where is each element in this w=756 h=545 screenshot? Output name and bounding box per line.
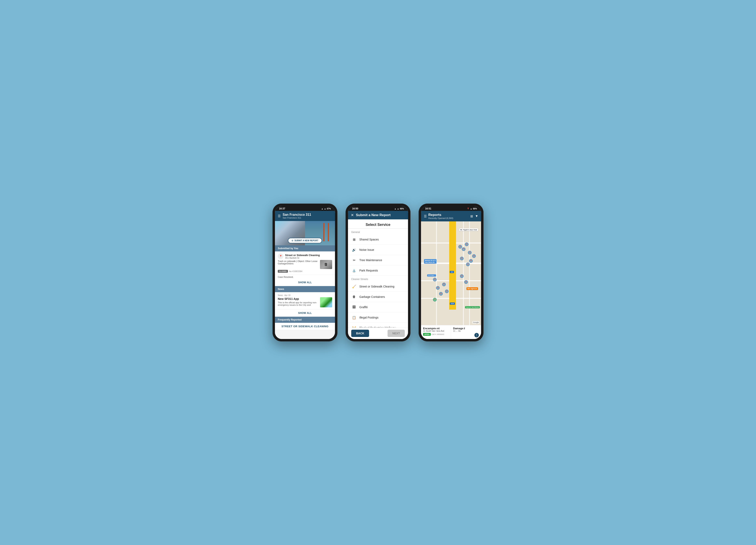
damaged-card-address: 11 ... Va [453, 330, 479, 332]
battery-icon-2: 66% [400, 208, 404, 210]
app-header-3: ☰ Reports Recently Opened (6,560) ⊞ ▼ [421, 211, 481, 222]
phone-3: 16:51 📍 ▲ 66% ☰ Reports Recently Opened … [419, 204, 484, 341]
graffiti-label: Graffiti [359, 305, 368, 309]
highway-shield: 101 [450, 271, 454, 273]
phones-container: 16:37 ▲ ▲ 67% ☰ San Francisco 311 San Fr… [272, 204, 484, 341]
next-button[interactable]: NEXT [388, 330, 405, 337]
news-body-row: New SF311 App This is the official app f… [278, 297, 332, 307]
report-description: Trash on sidewalk | Object: Other Loose … [278, 260, 318, 265]
header-text-1: San Francisco 311 San Francisco 311 [283, 213, 311, 219]
service-graffiti[interactable]: 🖼 Graffiti [348, 302, 408, 312]
shared-spaces-label: Shared Spaces [359, 238, 379, 241]
bridge-cable-2 [328, 223, 329, 241]
service-garbage-containers[interactable]: 🗑 Garbage Containers [348, 292, 408, 302]
service-illegal-postings[interactable]: 📋 Illegal Postings [348, 312, 408, 323]
bar-agricole-label: Bar Agricole [466, 287, 478, 290]
open-badge: OPEN [423, 333, 431, 336]
service-street-cleaning[interactable]: 🧹 Street or Sidewalk Cleaning [348, 281, 408, 292]
damaged-card-title: Damaged [453, 327, 479, 330]
case-resolved-text: Case Resolved. [275, 275, 335, 279]
reports-title: Reports [428, 213, 469, 217]
report-title: Street or Sidewalk Cleaning [285, 254, 320, 257]
hero-image: ⊙ SUBMIT A NEW REPORT [275, 221, 335, 245]
wifi-icon-3: ▲ [470, 208, 472, 210]
menu-icon-1[interactable]: ☰ [278, 214, 281, 218]
walkway-icon: 🚧 [351, 325, 357, 327]
market-st-label: Market St & SVan Ness Av [424, 259, 437, 264]
service-noise-issue[interactable]: 🔊 Noise Issue [348, 245, 408, 255]
app-header-2: ✕ Submit a New Report [348, 211, 408, 220]
map-container[interactable]: 101 101N Mr. Tipple's Jazz Club Market S… [421, 222, 481, 339]
service-tree-maintenance[interactable]: ✂ Tree Maintenance [348, 255, 408, 266]
map-marker-11[interactable]: 📍 [439, 292, 443, 295]
map-marker-10[interactable]: 📍 [436, 286, 440, 290]
show-all-submitted-button[interactable]: SHOW ALL [275, 279, 335, 286]
report-card-header: 📍 Street or Sidewalk Cleaning 451 Bartle… [278, 254, 332, 259]
show-all-news-button[interactable]: SHOW ALL [275, 309, 335, 317]
map-marker-8[interactable]: 📍 [472, 254, 476, 258]
status-bar-1: 16:37 ▲ ▲ 67% [275, 206, 335, 211]
news-date: News · Apr 18 [278, 294, 332, 296]
garbage-label: Garbage Containers [359, 295, 385, 298]
cleaner-streets-label: Cleaner Streets [348, 276, 408, 281]
map-marker-7[interactable]: 📍 [469, 259, 473, 263]
service-park-requests[interactable]: ⛲ Park Requests [348, 266, 408, 276]
noise-label: Noise Issue [359, 248, 374, 252]
tipples-label: Mr. Tipple's Jazz Club [459, 229, 478, 231]
news-title: New SF311 App [278, 297, 318, 300]
wifi-icon-2: ▲ [394, 208, 396, 210]
map-marker-12[interactable]: 📍 [442, 282, 446, 286]
app-header-1: ☰ San Francisco 311 San Francisco 311 [275, 211, 335, 221]
header-text-3: Reports Recently Opened (6,560) [428, 213, 469, 220]
map-marker-4[interactable]: 📍 [468, 251, 472, 255]
submit-new-report-button[interactable]: ⊙ SUBMIT A NEW REPORT [288, 238, 322, 243]
report-cards-row: Encampment 11 South Van Ness Ave OPEN 13… [421, 325, 481, 339]
camera-notch-3 [450, 207, 452, 209]
report-meta-text: 4w #16803364 [289, 270, 303, 272]
status-icons-3: 📍 ▲ 66% [467, 208, 477, 210]
phone-2: 16:50 ▲ ▲ 66% ✕ Submit a New Report Sele… [346, 204, 410, 341]
postings-label: Illegal Postings [359, 316, 378, 319]
damaged-card[interactable]: Damaged 11 ... Va ⋮ [451, 325, 481, 339]
phone-1: 16:37 ▲ ▲ 67% ☰ San Francisco 311 San Fr… [272, 204, 337, 341]
reports-subtitle: Recently Opened (6,560) [428, 217, 469, 220]
garbage-icon: 🗑 [351, 294, 357, 299]
freq-item-street-cleaning[interactable]: STREET OR SIDEWALK CLEANING [275, 323, 335, 330]
app-title-1: San Francisco 311 [283, 213, 311, 217]
status-icons-2: ▲ ▲ 66% [394, 208, 404, 210]
filter-icon[interactable]: ▼ [475, 214, 478, 218]
service-blocked-walkway[interactable]: 🚧 Blocked Pedestrian Walkway [348, 323, 408, 327]
menu-icon-3[interactable]: ☰ [424, 214, 427, 218]
report-header-text: Street or Sidewalk Cleaning 451 Bartlett… [285, 254, 320, 259]
map-marker-6[interactable]: 📍 [466, 263, 470, 266]
time-1: 16:37 [279, 207, 285, 210]
highway-shield-2: 101N [450, 302, 455, 305]
close-icon[interactable]: ✕ [351, 213, 354, 217]
camera-notch-2 [377, 207, 379, 209]
back-button[interactable]: BACK [351, 330, 369, 337]
status-badge-closed: CLOSED [278, 270, 288, 273]
status-icons-1: ▲ ▲ 67% [321, 208, 331, 210]
service-shared-spaces[interactable]: ⊞ Shared Spaces [348, 235, 408, 245]
highway-v2 [452, 222, 456, 309]
report-body: Trash on sidewalk | Object: Other Loose … [278, 260, 332, 269]
grid-icon[interactable]: ⊞ [470, 214, 473, 218]
news-thumbnail [320, 297, 332, 307]
encampment-meta-text: 13d #16856643 [432, 333, 444, 335]
services-list: General ⊞ Shared Spaces 🔊 Noise Issue ✂ … [348, 229, 408, 327]
time-3: 16:51 [425, 207, 431, 210]
status-bar-2: 16:50 ▲ ▲ 66% [348, 206, 408, 211]
street-cleaning-label: Street or Sidewalk Cleaning [359, 285, 394, 288]
broom-icon: 🧹 [351, 284, 357, 289]
report-card: 📍 Street or Sidewalk Cleaning 451 Bartle… [275, 252, 335, 275]
noise-icon: 🔊 [351, 248, 357, 252]
map-background: 101 101N Mr. Tipple's Jazz Club Market S… [421, 222, 481, 339]
submit-report-title: Submit a New Report [356, 213, 391, 217]
more-options-button[interactable]: ⋮ [474, 333, 479, 337]
map-marker-15[interactable]: 📍 [464, 280, 468, 284]
map-marker-2[interactable]: 📍 [462, 248, 465, 251]
report-thumbnail: 🗑 [320, 260, 332, 269]
phone1-content: Submitted by You 📍 Street or Sidewalk Cl… [275, 245, 335, 339]
map-marker-1[interactable]: 📍 [458, 245, 462, 249]
tree-label: Tree Maintenance [359, 259, 382, 262]
